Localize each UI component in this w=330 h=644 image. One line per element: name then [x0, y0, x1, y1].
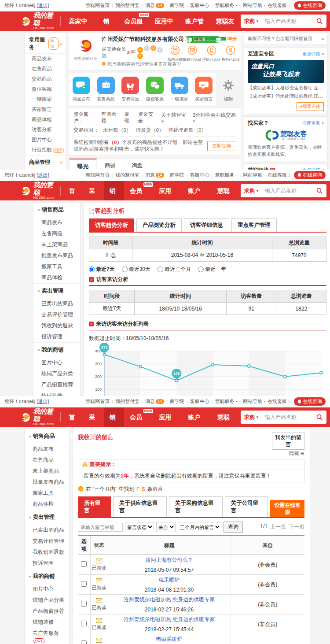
- radio-input[interactable]: [122, 266, 128, 272]
- sidebar-item-商品发布[interactable]: 商品发布: [25, 54, 66, 64]
- sidebar-item-已卖出的商品[interactable]: 已卖出的商品: [33, 298, 80, 309]
- back-to-old-version-link[interactable]: 新版不习惯？点击返回旧版首页»: [244, 33, 328, 45]
- sidebar-item-批量发布商品[interactable]: 批量发布商品: [33, 250, 80, 261]
- message-period-select[interactable]: 三个月内的留言: [178, 522, 221, 532]
- shortcut-交易商品[interactable]: 交易商品: [118, 73, 143, 105]
- nav-item-会员服务[interactable]: 会员服务NEW: [118, 11, 149, 31]
- search-input[interactable]: [265, 188, 316, 194]
- topbar-link[interactable]: 网站导航 ·: [243, 172, 265, 178]
- nav-item-慧聪友客[interactable]: 慧聪友客: [210, 11, 241, 31]
- tab-访客详细信息[interactable]: 访客详细信息: [184, 218, 229, 232]
- hutongbao-banner[interactable]: 流量风口 让效果飞起来: [248, 60, 324, 83]
- sidebar-item-在售商品[interactable]: 在售商品: [33, 228, 80, 239]
- refund-link[interactable]: 待处理退款（0）: [168, 127, 206, 133]
- about-huifubao-link[interactable]: 关于慧付宝 >: [161, 112, 188, 124]
- sidebar-item-炫铺产品分类[interactable]: 炫铺产品分类: [25, 595, 69, 606]
- sidebar-item-炫铺装修[interactable]: 炫铺装修: [25, 617, 69, 628]
- sidebar-item-去广告服务[interactable]: 去广告服务HOT: [25, 628, 69, 644]
- search-icon[interactable]: [316, 18, 323, 25]
- quicklink-我的店铺[interactable]: 我的店铺: [168, 45, 183, 63]
- sidebar-item-投诉管理[interactable]: 投诉管理: [25, 558, 69, 569]
- logout-link[interactable]: [退出]: [37, 399, 49, 404]
- nav-item-账户管理[interactable]: 账户管理: [180, 11, 210, 31]
- sidebar-group-我的商铺[interactable]: ▾我的商铺: [33, 342, 80, 357]
- check-balance-link[interactable]: 查询余额: [101, 111, 120, 124]
- radio-最近30天[interactable]: 最近30天: [122, 266, 150, 273]
- sidebar-group-商品管理[interactable]: 商品管理▾: [25, 155, 66, 169]
- sidebar-item-微信客服[interactable]: 微信客服: [25, 84, 66, 94]
- tab-询盘[interactable]: 询盘: [124, 159, 150, 170]
- message-title-link[interactable]: 沧州爱妮尔电磁加热 您身边的供暖专家: [110, 596, 229, 603]
- nav-item-销售[interactable]: 销售: [104, 407, 124, 427]
- find-buyer-more-link[interactable]: 立即查看 >: [302, 120, 324, 126]
- shortcut-edit[interactable]: 编辑: [216, 73, 241, 105]
- message-title-link[interactable]: 沧州爱妮尔电磁加热 您身边的供暖专家: [110, 616, 229, 623]
- tab-关于公司留言[interactable]: 关于公司留言: [225, 496, 268, 517]
- message-title-search-input[interactable]: [78, 523, 123, 532]
- fix-now-button[interactable]: 立即完善: [207, 141, 236, 151]
- sidebar-item-在售商品[interactable]: 在售商品: [25, 64, 66, 74]
- sidebar-item-图片中心[interactable]: 图片中心: [33, 357, 80, 368]
- sidebar-item-产品橱窗推荐[interactable]: 产品橱窗推荐: [33, 379, 80, 390]
- topbar-link[interactable]: 我的慧付宝: [115, 172, 139, 178]
- recharge-button[interactable]: +我要充值: [297, 102, 324, 111]
- shortcut-微信客服[interactable]: 微信客服: [143, 73, 167, 105]
- message-title-link[interactable]: 请问上海有公司么？: [110, 556, 229, 564]
- next-page-link[interactable]: 下一页: [289, 523, 304, 531]
- sidebar-item-批量发布商品[interactable]: 批量发布商品: [25, 477, 69, 488]
- success-story-link[interactable]: 【成功故事】污水处理以前靠挖,现在靠什么?: [248, 93, 324, 100]
- sidebar-item-图片中心[interactable]: 图片中心: [25, 135, 66, 145]
- topbar-link[interactable]: 我的慧付宝: [115, 2, 139, 9]
- sidebar-item-未上架商品[interactable]: 未上架商品: [25, 466, 69, 477]
- topbar-link[interactable]: 消息14: [145, 172, 164, 178]
- row-checkbox[interactable]: [81, 561, 87, 567]
- nav-item-卖家中心 ▾[interactable]: 卖家中心 ▾: [63, 11, 98, 31]
- online-chat-button[interactable]: 在线咨询: [294, 397, 326, 406]
- tab-商铺[interactable]: 商铺: [97, 159, 124, 170]
- radio-input[interactable]: [158, 266, 163, 272]
- sidebar-item-图片中心[interactable]: 图片中心: [25, 584, 69, 595]
- shortcut-在售商品[interactable]: SALE在售商品: [94, 73, 118, 105]
- search-icon[interactable]: [316, 187, 323, 194]
- row-checkbox[interactable]: [81, 581, 87, 587]
- sidebar-group-卖出管理[interactable]: ▾卖出管理: [25, 510, 69, 525]
- sidebar-group-销售商品[interactable]: ▾销售商品: [25, 429, 69, 444]
- sidebar-item-交易商品[interactable]: 交易商品: [25, 74, 66, 84]
- tab-关于供应信息留言[interactable]: 关于供应信息留言: [113, 496, 167, 517]
- sidebar-item-我收到的退款[interactable]: 我收到的退款: [25, 547, 69, 558]
- quicklink-身份已认证[interactable]: 身份已认证: [221, 45, 240, 63]
- nav-item-账户管理[interactable]: 账户管理: [182, 181, 211, 200]
- sidebar-group-我的商铺[interactable]: ▾我的商铺: [25, 569, 69, 584]
- radio-最近7天[interactable]: 最近7天: [89, 266, 115, 273]
- sidebar-item-我收到的退款[interactable]: 我收到的退款: [33, 320, 80, 331]
- message-status-select[interactable]: 留言状态: [125, 522, 154, 532]
- search-icon[interactable]: [316, 414, 323, 421]
- nav-item-采购[interactable]: 采购: [84, 407, 104, 427]
- shortcut-一键搬家[interactable]: 一键搬家: [167, 73, 192, 105]
- tab-曝光[interactable]: 曝光: [69, 159, 97, 170]
- sidebar-item-商品体检[interactable]: 商品体检: [25, 499, 69, 510]
- nav-item-慧聪友客[interactable]: 慧聪友客: [212, 407, 241, 427]
- sidebar-item-访客分析[interactable]: 访客分析: [25, 125, 66, 135]
- topbar-link[interactable]: 慧聪网首页: [85, 172, 110, 178]
- topbar-link[interactable]: 我的慧付宝: [115, 398, 139, 405]
- sidebar-item-买家留言[interactable]: 买家留言: [25, 104, 66, 115]
- nav-item-慧聪友客[interactable]: 慧聪友客: [212, 181, 241, 200]
- topbar-link[interactable]: 商学院: [170, 398, 184, 405]
- setup-online-service-button[interactable]: 设置在线客服: [270, 500, 304, 517]
- search-input[interactable]: [265, 414, 316, 420]
- sidebar-item-一键搬家[interactable]: 一键搬家: [25, 94, 66, 104]
- sent-messages-button[interactable]: 我发出的留言: [272, 433, 304, 450]
- hide-link[interactable]: 隐藏 ⊟: [272, 450, 304, 457]
- sidebar-item-产品橱窗推荐[interactable]: 产品橱窗推荐: [25, 606, 69, 617]
- tab-重点客户管理[interactable]: 重点客户管理: [231, 218, 277, 232]
- sidebar-item-炫铺产品分类[interactable]: 炫铺产品分类: [33, 368, 80, 379]
- topbar-link[interactable]: 消息14: [145, 398, 164, 405]
- prev-page-link[interactable]: 上一页: [270, 523, 286, 531]
- radio-最近三个月[interactable]: 最近三个月: [158, 266, 191, 273]
- brand-logo[interactable]: 我的慧聪HC360.com: [20, 12, 56, 30]
- search-category-dropdown[interactable]: 求购▼: [244, 414, 259, 421]
- sidebar-item-炫铺装修[interactable]: 炫铺装修: [33, 390, 80, 396]
- message-source-select[interactable]: 来自: [156, 522, 176, 532]
- fund-security-link[interactable]: 资金安全: [138, 111, 157, 124]
